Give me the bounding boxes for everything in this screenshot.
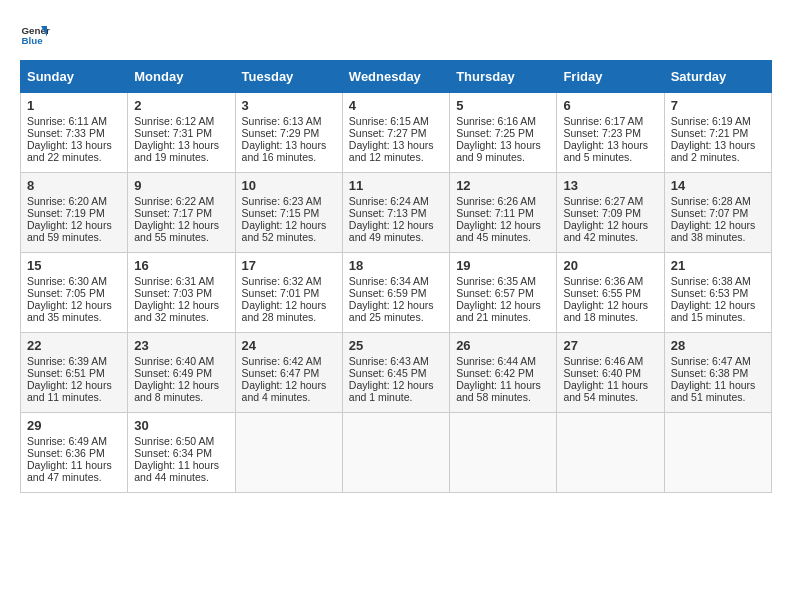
calendar-day: 30Sunrise: 6:50 AMSunset: 6:34 PMDayligh… xyxy=(128,413,235,493)
calendar-day: 23Sunrise: 6:40 AMSunset: 6:49 PMDayligh… xyxy=(128,333,235,413)
calendar-day: 19Sunrise: 6:35 AMSunset: 6:57 PMDayligh… xyxy=(450,253,557,333)
day-of-week-header: Friday xyxy=(557,61,664,93)
calendar-day: 22Sunrise: 6:39 AMSunset: 6:51 PMDayligh… xyxy=(21,333,128,413)
calendar-day: 8Sunrise: 6:20 AMSunset: 7:19 PMDaylight… xyxy=(21,173,128,253)
calendar-day: 13Sunrise: 6:27 AMSunset: 7:09 PMDayligh… xyxy=(557,173,664,253)
calendar-week-row: 22Sunrise: 6:39 AMSunset: 6:51 PMDayligh… xyxy=(21,333,772,413)
calendar-day: 5Sunrise: 6:16 AMSunset: 7:25 PMDaylight… xyxy=(450,93,557,173)
calendar-day: 17Sunrise: 6:32 AMSunset: 7:01 PMDayligh… xyxy=(235,253,342,333)
day-of-week-header: Sunday xyxy=(21,61,128,93)
day-of-week-header: Saturday xyxy=(664,61,771,93)
calendar-day: 18Sunrise: 6:34 AMSunset: 6:59 PMDayligh… xyxy=(342,253,449,333)
page-header: General Blue xyxy=(20,20,772,50)
calendar-day xyxy=(664,413,771,493)
calendar-table: SundayMondayTuesdayWednesdayThursdayFrid… xyxy=(20,60,772,493)
calendar-day xyxy=(235,413,342,493)
calendar-day: 20Sunrise: 6:36 AMSunset: 6:55 PMDayligh… xyxy=(557,253,664,333)
calendar-week-row: 8Sunrise: 6:20 AMSunset: 7:19 PMDaylight… xyxy=(21,173,772,253)
calendar-day: 16Sunrise: 6:31 AMSunset: 7:03 PMDayligh… xyxy=(128,253,235,333)
calendar-day: 28Sunrise: 6:47 AMSunset: 6:38 PMDayligh… xyxy=(664,333,771,413)
calendar-day: 26Sunrise: 6:44 AMSunset: 6:42 PMDayligh… xyxy=(450,333,557,413)
day-of-week-header: Monday xyxy=(128,61,235,93)
calendar-day: 7Sunrise: 6:19 AMSunset: 7:21 PMDaylight… xyxy=(664,93,771,173)
calendar-day: 6Sunrise: 6:17 AMSunset: 7:23 PMDaylight… xyxy=(557,93,664,173)
calendar-day: 24Sunrise: 6:42 AMSunset: 6:47 PMDayligh… xyxy=(235,333,342,413)
calendar-day: 1Sunrise: 6:11 AMSunset: 7:33 PMDaylight… xyxy=(21,93,128,173)
calendar-day: 15Sunrise: 6:30 AMSunset: 7:05 PMDayligh… xyxy=(21,253,128,333)
calendar-day: 3Sunrise: 6:13 AMSunset: 7:29 PMDaylight… xyxy=(235,93,342,173)
svg-text:Blue: Blue xyxy=(22,35,44,46)
day-of-week-header: Wednesday xyxy=(342,61,449,93)
calendar-day: 25Sunrise: 6:43 AMSunset: 6:45 PMDayligh… xyxy=(342,333,449,413)
calendar-day: 10Sunrise: 6:23 AMSunset: 7:15 PMDayligh… xyxy=(235,173,342,253)
logo-icon: General Blue xyxy=(20,20,50,50)
logo: General Blue xyxy=(20,20,50,50)
calendar-day: 14Sunrise: 6:28 AMSunset: 7:07 PMDayligh… xyxy=(664,173,771,253)
calendar-week-row: 1Sunrise: 6:11 AMSunset: 7:33 PMDaylight… xyxy=(21,93,772,173)
calendar-day: 2Sunrise: 6:12 AMSunset: 7:31 PMDaylight… xyxy=(128,93,235,173)
calendar-day: 21Sunrise: 6:38 AMSunset: 6:53 PMDayligh… xyxy=(664,253,771,333)
calendar-day: 12Sunrise: 6:26 AMSunset: 7:11 PMDayligh… xyxy=(450,173,557,253)
calendar-day: 4Sunrise: 6:15 AMSunset: 7:27 PMDaylight… xyxy=(342,93,449,173)
calendar-day: 11Sunrise: 6:24 AMSunset: 7:13 PMDayligh… xyxy=(342,173,449,253)
days-header-row: SundayMondayTuesdayWednesdayThursdayFrid… xyxy=(21,61,772,93)
calendar-day: 27Sunrise: 6:46 AMSunset: 6:40 PMDayligh… xyxy=(557,333,664,413)
calendar-day: 29Sunrise: 6:49 AMSunset: 6:36 PMDayligh… xyxy=(21,413,128,493)
day-of-week-header: Tuesday xyxy=(235,61,342,93)
calendar-day: 9Sunrise: 6:22 AMSunset: 7:17 PMDaylight… xyxy=(128,173,235,253)
calendar-day xyxy=(342,413,449,493)
calendar-week-row: 15Sunrise: 6:30 AMSunset: 7:05 PMDayligh… xyxy=(21,253,772,333)
calendar-week-row: 29Sunrise: 6:49 AMSunset: 6:36 PMDayligh… xyxy=(21,413,772,493)
calendar-day xyxy=(450,413,557,493)
calendar-day xyxy=(557,413,664,493)
day-of-week-header: Thursday xyxy=(450,61,557,93)
